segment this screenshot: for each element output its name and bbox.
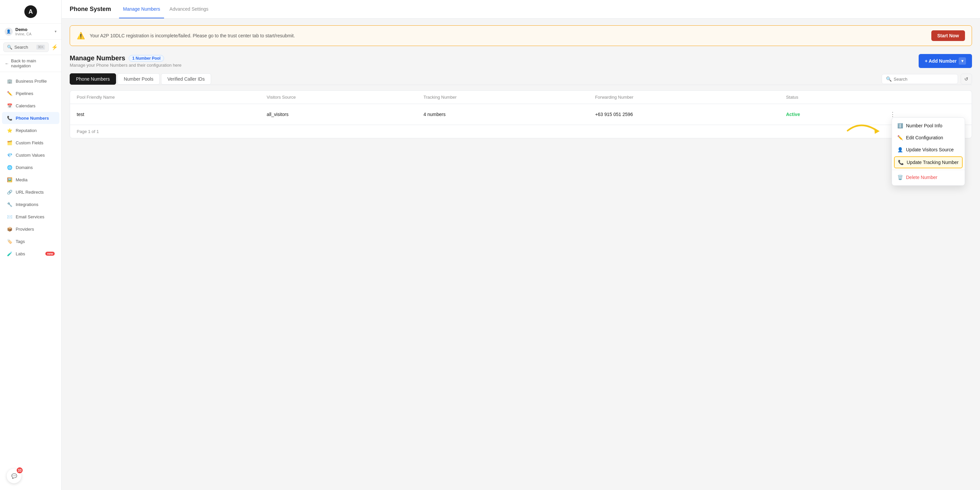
reputation-icon: ⭐: [7, 127, 13, 133]
header-tabs: Manage NumbersAdvanced Settings: [119, 0, 212, 18]
menu-item-label: Number Pool Info: [906, 123, 942, 128]
page-title: Phone System: [70, 6, 111, 13]
cell-forwarding-number: +63 915 051 2596: [589, 104, 780, 125]
media-icon: 🖼️: [7, 177, 13, 183]
sidebar-item-label: Domains: [16, 165, 55, 170]
alert-banner: ⚠️ Your A2P 10DLC registration is incomp…: [70, 25, 972, 46]
sidebar-item-label: Calendars: [16, 103, 55, 108]
update-tracking-number-icon: 📞: [898, 160, 903, 165]
table-body: test all_visitors 4 numbers +63 915 051 …: [70, 104, 972, 125]
sidebar-item-labs[interactable]: 🧪 Labs new: [2, 248, 59, 260]
email-services-icon: ✉️: [7, 214, 13, 220]
pipelines-icon: ✏️: [7, 90, 13, 96]
chat-icon: 💬: [11, 473, 17, 479]
tab-advanced-settings[interactable]: Advanced Settings: [165, 0, 212, 18]
search-input[interactable]: [894, 77, 954, 82]
col-actions: [880, 91, 972, 104]
menu-item-label: Update Visitors Source: [906, 147, 954, 152]
table-row: test all_visitors 4 numbers +63 915 051 …: [70, 104, 972, 125]
col-status: Status: [779, 91, 880, 104]
lightning-button[interactable]: ⚡: [51, 44, 58, 50]
search-button[interactable]: 🔍 Search ⌘K: [3, 42, 49, 52]
section-subtitle: Manage your Phone Numbers and their conf…: [70, 63, 181, 68]
manage-tab-number-pools[interactable]: Number Pools: [118, 73, 160, 85]
sidebar-item-calendars[interactable]: 📅 Calendars: [2, 100, 59, 112]
menu-item-edit-configuration[interactable]: ✏️ Edit Configuration: [892, 132, 965, 144]
tags-icon: 🏷️: [7, 238, 13, 244]
context-menu: ℹ️ Number Pool Info ✏️ Edit Configuratio…: [892, 117, 965, 186]
sidebar-item-business-profile[interactable]: 🏢 Business Profile: [2, 75, 59, 87]
user-location: Irvine, CA: [15, 32, 52, 36]
custom-values-icon: 💎: [7, 152, 13, 158]
chevron-down-icon: ▾: [55, 29, 57, 33]
search-icon: 🔍: [7, 45, 12, 50]
sidebar-logo: A: [0, 0, 61, 24]
cell-tracking-number: 4 numbers: [417, 104, 589, 125]
add-number-caret: ▾: [959, 57, 966, 65]
cell-pool-name: test: [70, 104, 260, 125]
sidebar-item-providers[interactable]: 📦 Providers: [2, 223, 59, 235]
manage-tab-phone-numbers[interactable]: Phone Numbers: [70, 73, 116, 85]
sidebar-item-reputation[interactable]: ⭐ Reputation: [2, 124, 59, 136]
number-pool-info-icon: ℹ️: [897, 123, 903, 128]
back-arrow-icon: ←: [5, 61, 9, 66]
sidebar-item-phone-numbers[interactable]: 📞 Phone Numbers: [2, 112, 59, 124]
user-avatar-icon: 👤: [5, 28, 13, 36]
start-now-button[interactable]: Start Now: [931, 30, 965, 41]
menu-item-label: Update Tracking Number: [907, 160, 959, 165]
table-header-row: Pool Friendly NameVisitors SourceTrackin…: [70, 91, 972, 104]
add-number-button[interactable]: + Add Number ▾: [919, 54, 972, 68]
menu-item-label: Edit Configuration: [906, 135, 943, 140]
chat-bubble[interactable]: 💬 33: [7, 469, 21, 483]
add-number-label: + Add Number: [925, 58, 957, 64]
logo-avatar: A: [24, 5, 37, 18]
sidebar-item-label: Pipelines: [16, 91, 55, 96]
menu-item-delete-number[interactable]: 🗑️ Delete Number: [892, 171, 965, 183]
sidebar-nav: 🏢 Business Profile ✏️ Pipelines 📅 Calend…: [0, 72, 61, 490]
sidebar-item-url-redirects[interactable]: 🔗 URL Redirects: [2, 186, 59, 198]
sidebar-item-label: Phone Numbers: [16, 116, 55, 121]
menu-item-number-pool-info[interactable]: ℹ️ Number Pool Info: [892, 120, 965, 132]
back-to-main-nav[interactable]: ← Back to main navigation: [0, 55, 61, 72]
sidebar-item-label: Business Profile: [16, 79, 55, 84]
page-content: ⚠️ Your A2P 10DLC registration is incomp…: [62, 19, 980, 490]
back-label: Back to main navigation: [11, 58, 57, 68]
menu-item-update-visitors-source[interactable]: 👤 Update Visitors Source: [892, 144, 965, 156]
sidebar-search-area: 🔍 Search ⌘K ⚡: [0, 40, 61, 55]
sidebar-item-label: Reputation: [16, 128, 55, 133]
user-name: Demo: [15, 27, 52, 32]
delete-number-icon: 🗑️: [897, 175, 903, 180]
domains-icon: 🌐: [7, 164, 13, 170]
refresh-button[interactable]: ↺: [961, 74, 972, 84]
sidebar-item-label: Providers: [16, 227, 55, 232]
sidebar-item-email-services[interactable]: ✉️ Email Services: [2, 211, 59, 223]
sidebar-item-custom-fields[interactable]: 🗂️ Custom Fields: [2, 137, 59, 149]
edit-configuration-icon: ✏️: [897, 135, 903, 140]
sidebar-item-label: Labs: [16, 251, 42, 256]
manage-tabs-row: Phone NumbersNumber PoolsVerified Caller…: [70, 73, 972, 85]
search-input-wrap[interactable]: 🔍: [881, 74, 958, 84]
providers-icon: 📦: [7, 226, 13, 232]
user-menu[interactable]: 👤 Demo Irvine, CA ▾: [0, 24, 61, 40]
sidebar-item-domains[interactable]: 🌐 Domains: [2, 161, 59, 173]
manage-tab-verified-caller-ids[interactable]: Verified Caller IDs: [161, 73, 211, 85]
alert-warning-icon: ⚠️: [77, 32, 85, 40]
section-header: Manage Numbers 1 Number Pool Manage your…: [70, 54, 972, 68]
sidebar-item-media[interactable]: 🖼️ Media: [2, 173, 59, 186]
numbers-table: Pool Friendly NameVisitors SourceTrackin…: [70, 91, 972, 125]
tab-manage-numbers[interactable]: Manage Numbers: [119, 0, 164, 18]
cell-visitors-source: all_visitors: [260, 104, 417, 125]
sidebar-item-integrations[interactable]: 🔧 Integrations: [2, 198, 59, 210]
sidebar-item-custom-values[interactable]: 💎 Custom Values: [2, 149, 59, 161]
cell-status: Active: [779, 104, 880, 125]
sidebar-item-label: Custom Fields: [16, 140, 55, 145]
sidebar-item-pipelines[interactable]: ✏️ Pipelines: [2, 88, 59, 99]
integrations-icon: 🔧: [7, 201, 13, 207]
business-profile-icon: 🏢: [7, 78, 13, 84]
sidebar-item-label: Email Services: [16, 214, 55, 220]
page-header: Phone System Manage NumbersAdvanced Sett…: [62, 0, 980, 19]
sidebar-item-label: URL Redirects: [16, 190, 55, 195]
menu-item-update-tracking-number[interactable]: 📞 Update Tracking Number: [894, 156, 963, 168]
sidebar-item-tags[interactable]: 🏷️ Tags: [2, 235, 59, 247]
col-pool-friendly-name: Pool Friendly Name: [70, 91, 260, 104]
